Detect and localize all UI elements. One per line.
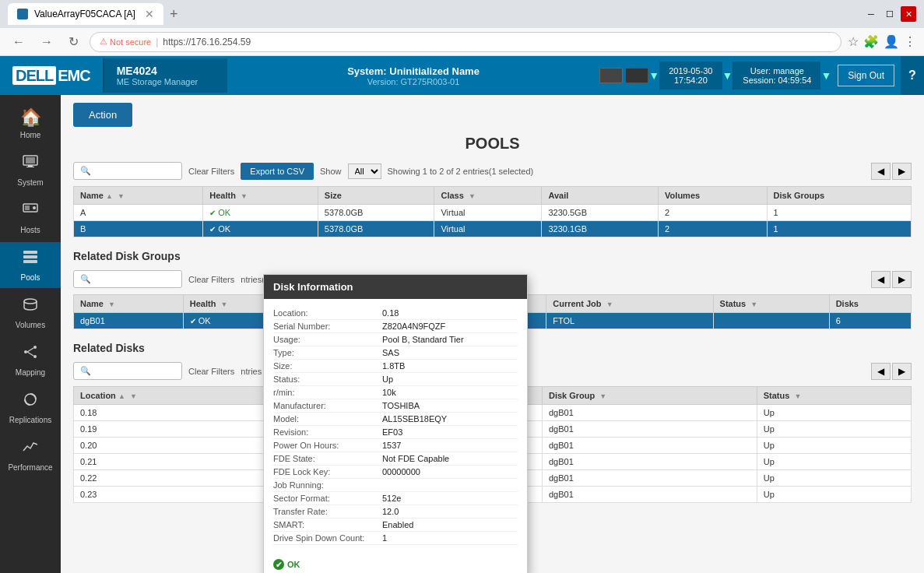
sidebar-item-performance[interactable]: Performance (0, 432, 61, 478)
col-volumes[interactable]: Volumes (659, 187, 768, 205)
disk-location: 0.20 (74, 438, 285, 454)
popup-field-label: Serial Number: (273, 322, 382, 331)
col-health[interactable]: Health ▼ (203, 187, 318, 205)
col-class[interactable]: Class ▼ (434, 187, 542, 205)
sidebar-item-system[interactable]: System (0, 147, 61, 193)
account-icon[interactable]: 👤 (884, 34, 899, 49)
disks-search-input[interactable] (94, 367, 172, 376)
col-name[interactable]: Name ▲ ▼ (74, 187, 203, 205)
next-page-button[interactable]: ▶ (892, 163, 912, 180)
disks-clear-filters-button[interactable]: Clear Filters (188, 367, 234, 376)
extensions-icon[interactable]: 🧩 (863, 34, 879, 49)
disk-group-val: dgB01 (542, 487, 757, 503)
prev-page-button[interactable]: ◀ (871, 163, 891, 180)
tab-favicon (17, 9, 28, 19)
close-window-button[interactable]: ✕ (901, 6, 916, 22)
popup-field-label: Type: (273, 348, 382, 357)
pools-search-box[interactable]: 🔍 (73, 162, 182, 180)
minimize-button[interactable]: ─ (863, 6, 879, 22)
sidebar-item-replications[interactable]: Replications (0, 385, 61, 431)
filter-icon-name[interactable]: ▼ (118, 192, 125, 200)
sidebar-label-performance: Performance (8, 463, 52, 472)
user-down-arrow[interactable]: ▼ (820, 69, 831, 82)
popup-field-row: Manufacturer:TOSHIBA (273, 399, 518, 413)
tab-close-button[interactable]: ✕ (145, 8, 154, 20)
table-row[interactable]: A OK 5378.0GB Virtual 3230.5GB 2 1 (74, 205, 912, 221)
datetime-down-arrow[interactable]: ▼ (722, 69, 733, 82)
filter-disk-status[interactable]: ▼ (794, 392, 801, 400)
bookmark-icon[interactable]: ☆ (848, 34, 859, 49)
disks-search-box[interactable]: 🔍 (73, 362, 182, 380)
export-csv-button[interactable]: Export to CSV (241, 163, 314, 180)
dg-prev-page-button[interactable]: ◀ (871, 271, 891, 288)
pool-size: 5378.0GB (318, 205, 434, 221)
disk-groups-search-box[interactable]: 🔍 (73, 270, 182, 288)
dg-col-status[interactable]: Status ▼ (713, 295, 829, 313)
pools-search-input[interactable] (94, 167, 172, 176)
popup-field-row: SMART:Enabled (273, 519, 518, 532)
disk-status: Up (757, 470, 911, 487)
browser-tab[interactable]: ValueArrayF05CACA [A] ✕ (8, 3, 163, 25)
sidebar-item-home[interactable]: 🏠 Home (0, 101, 61, 146)
address-bar[interactable]: ⚠ Not secure | https://176.16.254.59 (90, 32, 841, 52)
dg-clear-filters-button[interactable]: Clear Filters (188, 275, 234, 284)
dg-col-disks[interactable]: Disks (829, 295, 911, 313)
disk-col-status[interactable]: Status ▼ (757, 387, 911, 405)
new-tab-button[interactable]: + (170, 6, 178, 23)
refresh-button[interactable]: ↻ (64, 33, 83, 51)
svg-rect-3 (26, 167, 34, 167)
popup-footer: OK (264, 553, 527, 573)
menu-icon[interactable]: ⋮ (904, 34, 916, 49)
hosts-icon (22, 201, 39, 223)
popup-body: Location:0.18Serial Number:Z820A4N9FQZFU… (264, 299, 527, 553)
sidebar-item-pools[interactable]: Pools (0, 242, 61, 288)
dell-logo: DELLEMC (0, 67, 103, 85)
help-button[interactable]: ? (901, 56, 924, 95)
action-button[interactable]: Action (73, 103, 132, 127)
disks-next-page-button[interactable]: ▶ (892, 363, 912, 380)
disk-groups-search-input[interactable] (94, 275, 172, 284)
pool-size: 5378.0GB (318, 221, 434, 237)
pools-table: Name ▲ ▼ Health ▼ Size Class ▼ Avail Vol… (73, 186, 912, 237)
popup-field-label: Sector Format: (273, 494, 382, 503)
forward-button[interactable]: → (36, 33, 58, 51)
filter-dg-status[interactable]: ▼ (750, 301, 757, 308)
pool-health: OK (203, 221, 318, 237)
filter-dg-health[interactable]: ▼ (220, 301, 227, 308)
pool-name: B (74, 221, 203, 237)
filter-dg-name[interactable]: ▼ (108, 301, 115, 308)
back-button[interactable]: ← (8, 33, 30, 51)
show-select[interactable]: All (348, 163, 381, 179)
popup-field-label: Status: (273, 374, 382, 384)
clear-filters-button[interactable]: Clear Filters (188, 167, 234, 176)
disk-col-location[interactable]: Location ▲ ▼ (74, 387, 285, 405)
sidebar-item-volumes[interactable]: Volumes (0, 290, 61, 336)
sidebar-label-mapping: Mapping (16, 368, 45, 377)
filter-location[interactable]: ▼ (130, 392, 137, 400)
disk-status: Up (757, 487, 911, 503)
disk-col-disk-group[interactable]: Disk Group ▼ (542, 387, 757, 405)
col-avail[interactable]: Avail (542, 187, 659, 205)
header-down-arrow[interactable]: ▼ (648, 69, 659, 82)
sidebar-item-hosts[interactable]: Hosts (0, 195, 61, 241)
filter-icon-health[interactable]: ▼ (241, 192, 248, 200)
disks-prev-page-button[interactable]: ◀ (871, 363, 891, 380)
filter-disk-group[interactable]: ▼ (599, 392, 606, 400)
col-disk-groups[interactable]: Disk Groups (767, 187, 911, 205)
sidebar-item-mapping[interactable]: Mapping (0, 337, 61, 383)
filter-dg-job[interactable]: ▼ (606, 301, 613, 308)
popup-field-value: AL15SEB18EQY (382, 414, 447, 424)
sidebar-label-volumes: Volumes (16, 321, 45, 329)
col-size[interactable]: Size (318, 187, 434, 205)
svg-rect-9 (23, 260, 37, 263)
table-row[interactable]: B OK 5378.0GB Virtual 3230.1GB 2 1 (74, 221, 912, 237)
pool-disk-groups: 1 (767, 205, 911, 221)
popup-field-label: Drive Spin Down Count: (273, 533, 382, 543)
popup-field-label: Transfer Rate: (273, 507, 382, 516)
sign-out-button[interactable]: Sign Out (838, 65, 894, 86)
dg-col-current-job[interactable]: Current Job ▼ (546, 295, 713, 313)
filter-icon-class[interactable]: ▼ (469, 192, 476, 200)
dg-col-name[interactable]: Name ▼ (74, 295, 184, 313)
maximize-button[interactable]: ☐ (882, 6, 898, 22)
dg-next-page-button[interactable]: ▶ (892, 271, 912, 288)
